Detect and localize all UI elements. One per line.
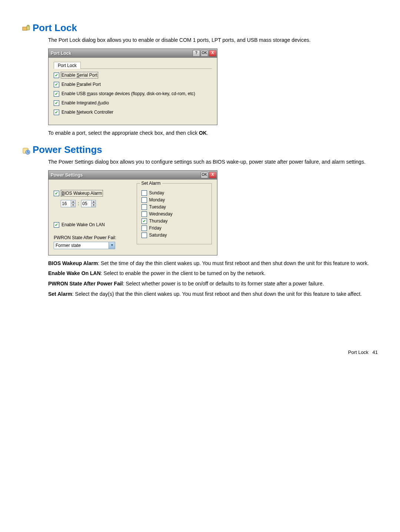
checkbox-label: Enable Serial Port	[61, 73, 97, 78]
day-label: Thursday	[149, 218, 168, 224]
day-label: Tuesday	[149, 204, 166, 210]
portlock-dialog: Port Lock ? OK X Port Lock Enable Serial…	[48, 48, 217, 125]
dropdown-arrow-icon[interactable]: ▾	[109, 242, 115, 249]
day-saturday[interactable]: Saturday	[141, 232, 207, 238]
portlock-outro: To enable a port, select the appropriate…	[48, 130, 378, 137]
minute-up[interactable]: ▲	[91, 200, 96, 204]
hour-input[interactable]	[61, 200, 71, 207]
day-label: Monday	[149, 197, 165, 203]
hour-spinner[interactable]: ▲▼	[61, 200, 76, 207]
titlebar-title: Power Settings	[51, 173, 83, 178]
titlebar: Power Settings OK X	[49, 171, 217, 180]
set-alarm-group: Set Alarm SundayMondayTuesdayWednesdayTh…	[137, 183, 212, 244]
day-friday[interactable]: Friday	[141, 225, 207, 231]
day-label: Sunday	[149, 190, 164, 195]
desc-setalarm: Set Alarm: Select the day(s) that the th…	[48, 291, 378, 298]
checkbox[interactable]	[141, 218, 147, 224]
minute-input[interactable]	[81, 200, 91, 207]
bios-wakeup-checkbox[interactable]	[54, 191, 59, 196]
checkbox[interactable]	[141, 225, 147, 231]
bios-wakeup-label: BIOS Wakeup Alarm	[61, 191, 102, 196]
power-intro: The Power Settings dialog box allows you…	[48, 158, 378, 166]
checkbox-label: Enable Parallel Port	[61, 82, 101, 87]
page-footer: Port Lock 41	[22, 349, 378, 355]
set-alarm-label: Set Alarm	[140, 181, 162, 186]
pwron-value: Former state	[56, 243, 81, 248]
minute-down[interactable]: ▼	[91, 204, 96, 207]
outro-bold: OK	[199, 130, 207, 136]
minute-spinner[interactable]: ▲▼	[81, 200, 96, 207]
wol-checkbox[interactable]	[54, 222, 59, 228]
close-button[interactable]: X	[209, 172, 216, 178]
day-wednesday[interactable]: Wednesday	[141, 211, 207, 217]
day-label: Friday	[149, 225, 161, 231]
portlock-check-3[interactable]: Enable Integrated Audio	[54, 100, 212, 106]
bios-wakeup-row[interactable]: BIOS Wakeup Alarm	[54, 191, 129, 196]
section-heading-portlock: Port Lock	[22, 22, 378, 34]
power-icon	[22, 146, 30, 154]
power-dialog: Power Settings OK X BIOS Wakeup Alarm ▲▼…	[48, 170, 217, 255]
heading-text: Power Settings	[33, 144, 102, 155]
checkbox[interactable]	[54, 110, 59, 115]
day-sunday[interactable]: Sunday	[141, 190, 207, 196]
pwron-select[interactable]: Former state ▾	[54, 242, 115, 249]
checkbox[interactable]	[141, 190, 147, 196]
day-monday[interactable]: Monday	[141, 197, 207, 203]
pwron-label: PWRON State After Power Fail:	[54, 235, 129, 240]
day-tuesday[interactable]: Tuesday	[141, 204, 207, 210]
hour-down[interactable]: ▼	[71, 204, 75, 207]
footer-section: Port Lock	[348, 349, 369, 355]
portlock-check-1[interactable]: Enable Parallel Port	[54, 82, 212, 87]
desc-bios: BIOS Wakeup Alarm: Set the time of day t…	[48, 260, 378, 267]
checkbox-label: Enable Network Controller	[61, 110, 113, 115]
checkbox-label: Enable USB mass storage devices (floppy,…	[61, 91, 195, 96]
checkbox[interactable]	[141, 211, 147, 217]
checkbox[interactable]	[54, 100, 59, 106]
tab-portlock[interactable]: Port Lock	[54, 62, 81, 69]
heading-text: Port Lock	[33, 22, 77, 34]
desc-wol: Enable Wake On LAN: Select to enable the…	[48, 270, 378, 277]
ok-button[interactable]: OK	[201, 172, 208, 178]
footer-page: 41	[373, 349, 378, 355]
day-label: Saturday	[149, 232, 167, 238]
desc-pwron: PWRON State After Power Fail: Select whe…	[48, 280, 378, 288]
checkbox-label: Enable Integrated Audio	[61, 100, 109, 106]
portlock-icon	[22, 24, 30, 32]
checkbox[interactable]	[54, 82, 59, 87]
ok-button[interactable]: OK	[201, 50, 208, 57]
section-heading-power: Power Settings	[22, 144, 378, 155]
checkbox[interactable]	[141, 232, 147, 238]
portlock-check-2[interactable]: Enable USB mass storage devices (floppy,…	[54, 91, 212, 97]
checkbox[interactable]	[54, 91, 59, 97]
portlock-check-4[interactable]: Enable Network Controller	[54, 110, 212, 115]
checkbox[interactable]	[54, 73, 59, 78]
checkbox[interactable]	[141, 197, 147, 203]
time-row: ▲▼ : ▲▼	[54, 200, 129, 207]
tab-strip: Port Lock	[54, 61, 212, 69]
hour-up[interactable]: ▲	[71, 200, 75, 204]
outro-pre: To enable a port, select the appropriate…	[48, 130, 199, 136]
outro-post: .	[207, 130, 208, 136]
day-label: Wednesday	[149, 211, 173, 217]
portlock-intro: The Port Lock dialog box allows you to e…	[48, 37, 378, 44]
wol-label: Enable Wake On LAN	[61, 222, 105, 227]
portlock-check-0[interactable]: Enable Serial Port	[54, 73, 212, 78]
titlebar-title: Port Lock	[51, 51, 71, 56]
svg-rect-0	[23, 27, 27, 30]
help-button[interactable]: ?	[193, 50, 200, 57]
close-button[interactable]: X	[209, 50, 216, 57]
wol-row[interactable]: Enable Wake On LAN	[54, 222, 129, 228]
time-separator: :	[78, 201, 79, 206]
titlebar: Port Lock ? OK X	[49, 49, 217, 58]
checkbox[interactable]	[141, 204, 147, 210]
day-thursday[interactable]: Thursday	[141, 218, 207, 224]
